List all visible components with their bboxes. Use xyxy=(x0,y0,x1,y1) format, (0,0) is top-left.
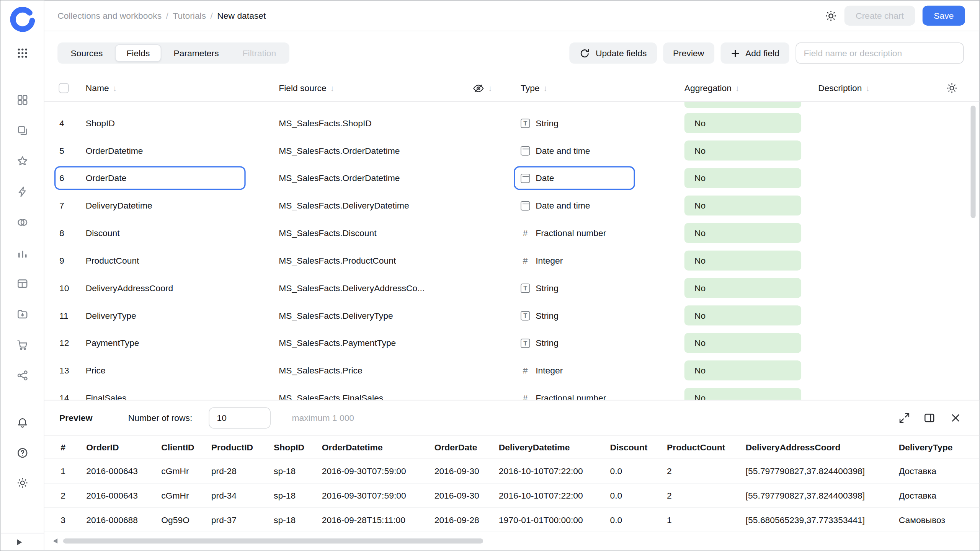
field-aggregation: No xyxy=(684,247,801,274)
save-button[interactable]: Save xyxy=(923,6,965,26)
field-row[interactable]: 13 Price MS_SalesFacts.Price Integer No xyxy=(44,357,979,384)
settings-gear-icon[interactable] xyxy=(16,477,28,488)
marketplace-icon[interactable] xyxy=(16,339,28,350)
apps-grid-icon[interactable] xyxy=(17,47,28,59)
field-row[interactable]: 11 DeliveryType MS_SalesFacts.DeliveryTy… xyxy=(44,302,979,329)
rows-count-label: Number of rows: xyxy=(128,401,193,435)
field-name[interactable]: OrderDatetime xyxy=(86,137,143,165)
expand-sidebar-icon[interactable] xyxy=(17,539,22,545)
close-preview-icon[interactable] xyxy=(950,412,961,424)
field-type[interactable]: Integer xyxy=(521,357,563,384)
datalens-logo-icon[interactable] xyxy=(8,6,37,34)
dataset-settings-gear-icon[interactable] xyxy=(825,10,837,21)
field-type[interactable]: Date and time xyxy=(521,137,590,165)
notifications-icon[interactable] xyxy=(16,417,28,429)
tab[interactable]: Parameters xyxy=(162,44,230,62)
field-row[interactable]: 10 DeliveryAddressCoord MS_SalesFacts.De… xyxy=(44,274,979,302)
breadcrumb-collections[interactable]: Collections and workbooks xyxy=(57,11,162,21)
field-name[interactable]: ProductCount xyxy=(86,247,139,274)
type-icon xyxy=(521,256,530,265)
flows-icon[interactable] xyxy=(16,370,28,381)
cell-delivery-type: Самовывоз xyxy=(899,515,980,525)
quick-actions-icon[interactable] xyxy=(16,186,28,197)
field-name[interactable]: OrderDate xyxy=(86,164,127,192)
datasets-icon[interactable] xyxy=(16,278,28,289)
dock-panel-icon[interactable] xyxy=(924,412,935,424)
breadcrumb-tutorials[interactable]: Tutorials xyxy=(173,11,206,21)
favorites-icon[interactable] xyxy=(16,156,28,167)
field-name[interactable]: ShopID xyxy=(86,109,115,137)
field-name[interactable]: Discount xyxy=(86,219,120,247)
expand-preview-icon[interactable] xyxy=(899,412,910,424)
files-icon[interactable] xyxy=(16,309,28,320)
create-chart-button[interactable]: Create chart xyxy=(844,6,915,26)
field-type[interactable]: String xyxy=(521,109,559,137)
column-header-description[interactable]: Description↓ xyxy=(818,75,870,101)
help-icon[interactable] xyxy=(16,447,28,458)
type-icon xyxy=(521,173,530,183)
aggregation-pill[interactable]: No xyxy=(684,223,801,243)
field-name[interactable]: Price xyxy=(86,357,106,384)
column-header-visibility[interactable]: ↓ xyxy=(472,75,492,101)
charts-icon[interactable] xyxy=(16,248,28,259)
field-source: MS_SalesFacts.DeliveryAddressCo... xyxy=(279,274,425,302)
column-header-aggregation[interactable]: Aggregation↓ xyxy=(684,75,740,101)
update-fields-button[interactable]: Update fields xyxy=(569,42,657,64)
field-type[interactable]: String xyxy=(521,274,559,302)
column-header-name[interactable]: Name↓ xyxy=(86,75,117,101)
aggregation-pill[interactable]: No xyxy=(684,333,801,353)
aggregation-pill[interactable]: No xyxy=(684,360,801,380)
preview-horizontal-scrollbar xyxy=(44,532,979,550)
rows-count-input[interactable] xyxy=(209,407,271,429)
field-row[interactable]: 7 DeliveryDatetime MS_SalesFacts.Deliver… xyxy=(44,192,979,219)
tab[interactable]: Sources xyxy=(59,44,114,62)
add-field-button[interactable]: Add field xyxy=(720,42,789,64)
tab[interactable]: Fields xyxy=(115,44,161,62)
aggregation-pill[interactable]: No xyxy=(684,113,801,133)
field-row[interactable]: 9 ProductCount MS_SalesFacts.ProductCoun… xyxy=(44,247,979,274)
row-number: 8 xyxy=(59,219,81,247)
field-type[interactable]: Date and time xyxy=(521,192,590,219)
horizontal-scrollbar-thumb[interactable] xyxy=(63,538,483,543)
column-header-type[interactable]: Type↓ xyxy=(521,75,547,101)
tab[interactable]: Filtration xyxy=(231,44,287,62)
field-row[interactable]: 12 PaymentType MS_SalesFacts.PaymentType… xyxy=(44,329,979,357)
cell-client-id: cGmHr xyxy=(161,466,211,476)
collections-icon[interactable] xyxy=(16,125,28,136)
aggregation-pill[interactable]: No xyxy=(684,196,801,215)
preview-button[interactable]: Preview xyxy=(663,42,714,64)
fields-table-header: Name↓ Field source↓ ↓ Type↓ Aggre xyxy=(44,75,979,102)
field-name[interactable]: DeliveryType xyxy=(86,302,136,329)
workbooks-icon[interactable] xyxy=(16,95,28,106)
main-area: Collections and workbooks / Tutorials / … xyxy=(44,1,979,551)
aggregation-pill[interactable]: No xyxy=(684,305,801,325)
field-row[interactable]: 8 Discount MS_SalesFacts.Discount Fracti… xyxy=(44,219,979,247)
cell-row-number: 2 xyxy=(60,491,86,500)
field-aggregation: No xyxy=(684,137,801,165)
field-row[interactable]: 5 OrderDatetime MS_SalesFacts.OrderDatet… xyxy=(44,137,979,165)
field-type[interactable]: Integer xyxy=(521,247,563,274)
field-type[interactable]: Fractional number xyxy=(521,219,606,247)
aggregation-pill[interactable]: No xyxy=(684,251,801,271)
connections-icon[interactable] xyxy=(16,217,28,228)
field-type[interactable]: String xyxy=(521,329,559,357)
table-settings-gear-icon[interactable] xyxy=(946,83,957,94)
field-row[interactable]: 6 OrderDate MS_SalesFacts.OrderDatetime … xyxy=(44,164,979,192)
field-search-input[interactable] xyxy=(795,42,964,64)
cell-discount: 0.0 xyxy=(610,491,667,500)
field-row[interactable]: 4 ShopID MS_SalesFacts.ShopID String No xyxy=(44,109,979,137)
field-type[interactable]: String xyxy=(521,302,559,329)
scroll-left-arrow-icon[interactable] xyxy=(53,538,57,543)
aggregation-pill[interactable]: No xyxy=(684,168,801,188)
column-header-field-source[interactable]: Field source↓ xyxy=(279,75,334,101)
field-type[interactable]: Date xyxy=(521,164,554,192)
field-name[interactable]: DeliveryDatetime xyxy=(86,192,152,219)
sort-arrow-icon: ↓ xyxy=(330,83,334,93)
field-name[interactable]: DeliveryAddressCoord xyxy=(86,274,173,302)
field-name[interactable]: PaymentType xyxy=(86,329,139,357)
select-all-checkbox[interactable] xyxy=(59,83,69,93)
sidebar xyxy=(1,1,44,551)
field-aggregation: No xyxy=(684,329,801,357)
aggregation-pill[interactable]: No xyxy=(684,140,801,160)
aggregation-pill[interactable]: No xyxy=(684,278,801,298)
